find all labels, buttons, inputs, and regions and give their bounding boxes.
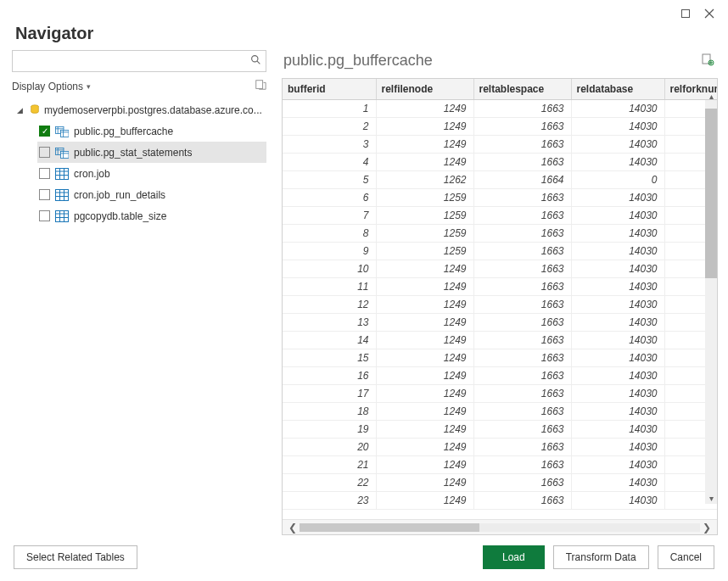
cell: 23: [283, 491, 376, 509]
cell: 1249: [376, 438, 473, 455]
tree-item-label: public.pg_stat_statements: [74, 147, 192, 159]
table-row[interactable]: 2112491663140300: [283, 455, 717, 473]
cell: 1663: [473, 438, 571, 455]
table-row[interactable]: 1712491663140300: [283, 384, 717, 402]
scroll-left-icon[interactable]: ❮: [286, 522, 300, 534]
window-close-icon[interactable]: [697, 5, 721, 22]
cell: 2: [283, 117, 376, 135]
table-row[interactable]: 812591663140300: [283, 224, 717, 242]
checkbox[interactable]: [39, 168, 50, 179]
cell: 1663: [473, 153, 571, 170]
cell: 1249: [376, 473, 473, 491]
scroll-right-icon[interactable]: ❯: [700, 522, 714, 534]
cell: 1259: [376, 188, 473, 206]
table-icon: [55, 168, 69, 180]
table-row[interactable]: 1912491663140300: [283, 420, 717, 438]
select-related-tables-button[interactable]: Select Related Tables: [14, 545, 137, 569]
checkbox[interactable]: [39, 210, 50, 221]
hscroll-thumb[interactable]: [300, 523, 479, 532]
cell: 1259: [376, 242, 473, 260]
table-row[interactable]: 112491663140300: [283, 99, 717, 117]
svg-rect-0: [682, 10, 690, 18]
cell: 1249: [376, 135, 473, 153]
cell: 1663: [473, 242, 571, 260]
cell: 8: [283, 224, 376, 242]
cell: 14030: [571, 473, 664, 491]
tree-item-label: cron.job: [74, 168, 110, 180]
vertical-scrollbar[interactable]: ▴ ▾: [705, 100, 717, 504]
load-button[interactable]: Load: [483, 545, 545, 569]
cell: 1249: [376, 331, 473, 349]
search-icon[interactable]: [245, 54, 266, 68]
preview-pane: public.pg_buffercache bufferidrelfilenod…: [282, 50, 718, 535]
svg-rect-29: [56, 210, 69, 221]
cell: 14030: [571, 295, 664, 313]
table-row[interactable]: 1512491663140300: [283, 349, 717, 366]
table-row[interactable]: 1812491663140300: [283, 402, 717, 420]
cell: 14030: [571, 206, 664, 224]
cell: 14030: [571, 366, 664, 384]
search-box[interactable]: [12, 50, 266, 72]
table-icon: [55, 189, 69, 201]
table-row[interactable]: 912591663140300: [283, 242, 717, 260]
cell: 20: [283, 438, 376, 455]
table-row[interactable]: 712591663140300: [283, 206, 717, 224]
cell: 1249: [376, 402, 473, 420]
table-row[interactable]: 612591663140300: [283, 188, 717, 206]
display-options-dropdown[interactable]: Display Options ▾: [12, 81, 91, 92]
table-row[interactable]: 1412491663140300: [283, 331, 717, 349]
svg-rect-16: [60, 151, 69, 158]
cell: 14030: [571, 153, 664, 170]
table-row[interactable]: 1212491663140300: [283, 295, 717, 313]
data-grid: bufferidrelfilenodereltablespacereldatab…: [282, 78, 718, 535]
tree-item[interactable]: cron.job_run_details: [37, 184, 266, 205]
table-row[interactable]: 2312491663140300: [283, 491, 717, 509]
cell: 1249: [376, 491, 473, 509]
table-row[interactable]: 1012491663140300: [283, 260, 717, 277]
horizontal-scrollbar[interactable]: ❮ ❯: [283, 519, 717, 534]
table-row[interactable]: 51262166400: [283, 170, 717, 188]
transform-data-button[interactable]: Transform Data: [553, 545, 649, 569]
table-row[interactable]: 2212491663140300: [283, 473, 717, 491]
tree-item-label: pgcopydb.table_size: [74, 210, 166, 222]
checkbox[interactable]: [39, 189, 50, 200]
column-header[interactable]: reltablespace: [473, 79, 571, 99]
checkbox[interactable]: ✓: [39, 126, 50, 137]
search-input[interactable]: [13, 51, 245, 71]
preview-options-icon[interactable]: [701, 53, 714, 69]
tree-item[interactable]: public.pg_stat_statements: [37, 142, 266, 163]
column-header[interactable]: bufferid: [283, 79, 376, 99]
tree-item[interactable]: cron.job: [37, 163, 266, 184]
tree-item[interactable]: pgcopydb.table_size: [37, 205, 266, 226]
table-row[interactable]: 1312491663140300: [283, 313, 717, 331]
table-row[interactable]: 1612491663140300: [283, 366, 717, 384]
cell: 14030: [571, 402, 664, 420]
table-row[interactable]: 412491663140300: [283, 153, 717, 170]
cell: 14030: [571, 313, 664, 331]
tree-database-node[interactable]: ◢ mydemoserverpbi.postgres.database.azur…: [17, 100, 266, 120]
window-restore-icon[interactable]: [674, 5, 697, 22]
cell: 12: [283, 295, 376, 313]
scroll-down-icon[interactable]: ▾: [705, 492, 717, 504]
cancel-button[interactable]: Cancel: [658, 545, 714, 569]
table-row[interactable]: 2012491663140300: [283, 438, 717, 455]
cell: 14030: [571, 260, 664, 277]
cell: 1663: [473, 366, 571, 384]
cell: 15: [283, 349, 376, 366]
table-row[interactable]: 1112491663140300: [283, 277, 717, 295]
checkbox[interactable]: [39, 147, 50, 158]
cell: 0: [571, 170, 664, 188]
refresh-icon[interactable]: [255, 79, 266, 93]
table-row[interactable]: 212491663140302: [283, 117, 717, 135]
cell: 14030: [571, 135, 664, 153]
tree-item-label: public.pg_buffercache: [74, 126, 173, 137]
cell: 1663: [473, 206, 571, 224]
table-row[interactable]: 312491663140300: [283, 135, 717, 153]
titlebar: [0, 0, 728, 20]
scroll-thumb[interactable]: [705, 109, 717, 278]
cell: 11: [283, 277, 376, 295]
scroll-up-icon[interactable]: ▴: [705, 90, 717, 102]
column-header[interactable]: relfilenode: [376, 79, 473, 99]
tree-item[interactable]: ✓public.pg_buffercache: [37, 120, 266, 142]
column-header[interactable]: reldatabase: [571, 79, 664, 99]
